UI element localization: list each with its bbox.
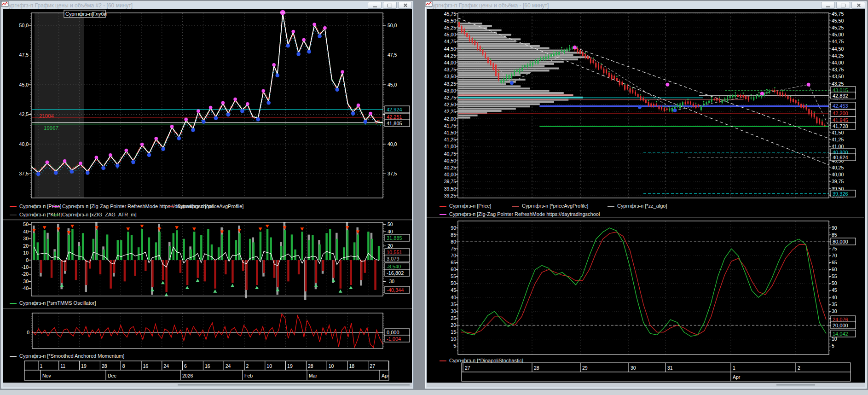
legend-item-label: Сургнфгз-п [Price] bbox=[449, 203, 491, 209]
svg-text:10: 10 bbox=[23, 250, 29, 256]
svg-text:42,453: 42,453 bbox=[833, 103, 848, 109]
svg-text:-40,344: -40,344 bbox=[387, 287, 404, 293]
svg-text:40,0: 40,0 bbox=[388, 141, 397, 147]
maximize-icon bbox=[388, 4, 392, 7]
svg-text:85: 85 bbox=[832, 232, 837, 238]
svg-text:31: 31 bbox=[667, 365, 673, 371]
svg-text:55: 55 bbox=[832, 273, 837, 279]
svg-text:30: 30 bbox=[23, 236, 29, 241]
svg-text:39,25: 39,25 bbox=[444, 193, 456, 198]
svg-text:41,945: 41,945 bbox=[833, 117, 848, 123]
window-title: Сургнфгз-п График цены и объёма #2 - [60… bbox=[5, 2, 368, 9]
svg-text:60: 60 bbox=[832, 267, 837, 272]
svg-text:-1,004: -1,004 bbox=[387, 336, 401, 342]
svg-text:-10: -10 bbox=[22, 264, 29, 270]
close-button[interactable] bbox=[398, 2, 412, 9]
svg-text:42,200: 42,200 bbox=[833, 110, 848, 116]
close-icon bbox=[856, 3, 861, 7]
svg-text:2: 2 bbox=[246, 363, 249, 369]
minimize-icon bbox=[826, 6, 830, 7]
legend-item-label: Сургнфгз-п [xZIG_ZAG_ATR_m] bbox=[62, 212, 136, 218]
svg-text:42,924: 42,924 bbox=[387, 107, 402, 112]
svg-text:28: 28 bbox=[534, 365, 539, 371]
svg-text:Mar: Mar bbox=[309, 373, 318, 378]
legend-item-label: Сургнфгз-п [*priceAvgProfile] bbox=[522, 203, 588, 209]
svg-text:90: 90 bbox=[832, 225, 837, 231]
svg-text:-40: -40 bbox=[22, 285, 29, 291]
svg-text:60: 60 bbox=[451, 267, 456, 272]
svg-text:40,624: 40,624 bbox=[833, 155, 848, 160]
svg-text:42,00: 42,00 bbox=[444, 116, 456, 122]
svg-text:19: 19 bbox=[287, 363, 293, 369]
svg-text:40: 40 bbox=[451, 295, 456, 300]
svg-text:44,75: 44,75 bbox=[832, 39, 844, 44]
minimize-button[interactable] bbox=[821, 2, 835, 9]
svg-text:45,0: 45,0 bbox=[388, 82, 397, 87]
svg-text:45,25: 45,25 bbox=[832, 25, 844, 30]
svg-text:41,25: 41,25 bbox=[444, 137, 456, 142]
svg-text:1: 1 bbox=[40, 363, 43, 369]
legend-item-label: Сургнфгз-п [*Smoothed Anchored Momentum] bbox=[19, 353, 124, 359]
left-main-grid bbox=[31, 13, 383, 198]
svg-text:70: 70 bbox=[832, 253, 837, 258]
right-window-titlebar[interactable]: Сургнфгз-п График цены и объёма - [60 ми… bbox=[425, 1, 867, 9]
close-icon bbox=[403, 3, 407, 7]
svg-text:35: 35 bbox=[451, 302, 456, 307]
svg-text:50,0: 50,0 bbox=[19, 23, 29, 28]
svg-text:43,25: 43,25 bbox=[832, 81, 844, 87]
svg-text:43,00: 43,00 bbox=[444, 88, 456, 93]
svg-text:65: 65 bbox=[832, 260, 837, 265]
svg-text:43,75: 43,75 bbox=[444, 67, 456, 72]
svg-text:45,25: 45,25 bbox=[444, 25, 456, 30]
svg-text:50: 50 bbox=[451, 280, 456, 286]
svg-text:11: 11 bbox=[60, 363, 65, 369]
svg-text:21004: 21004 bbox=[39, 113, 54, 119]
svg-text:20: 20 bbox=[451, 322, 456, 328]
svg-text:27: 27 bbox=[465, 365, 470, 371]
left-charts-canvas[interactable]: 50,050,047,547,545,045,042,542,540,040,0… bbox=[3, 9, 412, 383]
svg-text:Nov: Nov bbox=[42, 373, 51, 378]
right-charts-canvas[interactable]: 45,7545,7545,5045,5045,2545,2545,0045,00… bbox=[427, 9, 864, 383]
legend-color-dash bbox=[10, 356, 17, 357]
legend-color-dash bbox=[52, 215, 59, 215]
svg-text:14,042: 14,042 bbox=[833, 331, 848, 337]
maximize-button[interactable] bbox=[836, 2, 850, 9]
svg-text:20,000: 20,000 bbox=[833, 323, 848, 328]
legend-color-dash bbox=[608, 206, 614, 207]
scrollbar-thumb[interactable] bbox=[178, 384, 410, 386]
right-date-axis: 272829303112Apr bbox=[462, 363, 851, 381]
svg-text:30: 30 bbox=[832, 308, 837, 314]
svg-text:40,25: 40,25 bbox=[444, 165, 456, 170]
window-title: Сургнфгз-п График цены и объёма - [60 ми… bbox=[428, 2, 821, 9]
svg-text:24: 24 bbox=[163, 363, 169, 369]
right-horizontal-scrollbar[interactable] bbox=[427, 383, 865, 387]
svg-text:45,50: 45,50 bbox=[832, 18, 844, 23]
instrument-overlay-label: Сургнфгз-п[Глуби bbox=[64, 10, 107, 17]
left-window-titlebar[interactable]: Сургнфгз-п График цены и объёма #2 - [60… bbox=[1, 1, 413, 9]
svg-text:31,885: 31,885 bbox=[387, 235, 402, 241]
svg-text:43,75: 43,75 bbox=[832, 67, 844, 72]
svg-text:45,00: 45,00 bbox=[832, 32, 844, 37]
svg-text:0: 0 bbox=[27, 330, 29, 335]
svg-text:44,00: 44,00 bbox=[832, 60, 844, 65]
maximize-button[interactable] bbox=[383, 2, 397, 9]
svg-text:2026: 2026 bbox=[182, 373, 193, 378]
svg-text:44,50: 44,50 bbox=[832, 46, 844, 52]
legend-item: Сургнфгз-п [*DinapoliStochastic] bbox=[440, 358, 523, 364]
svg-text:-20: -20 bbox=[22, 271, 29, 277]
svg-text:65: 65 bbox=[451, 260, 456, 265]
scrollbar-thumb[interactable] bbox=[776, 384, 815, 386]
svg-text:2: 2 bbox=[798, 365, 800, 371]
svg-text:80,000: 80,000 bbox=[833, 239, 848, 244]
svg-text:45,75: 45,75 bbox=[832, 11, 844, 17]
svg-text:Feb: Feb bbox=[244, 373, 253, 378]
legend-item-label: Сургнфгз-п [*priceAvgProfile] bbox=[177, 203, 243, 209]
svg-text:27: 27 bbox=[370, 363, 375, 369]
legend-color-dash bbox=[10, 206, 17, 207]
legend-item: Сургнфгз-п [xZIG_ZAG_ATR_m] bbox=[52, 212, 136, 218]
minimize-button[interactable] bbox=[368, 2, 382, 9]
svg-text:47,5: 47,5 bbox=[19, 52, 29, 58]
close-button[interactable] bbox=[851, 2, 865, 9]
left-horizontal-scrollbar[interactable] bbox=[3, 383, 412, 387]
svg-text:-8,540: -8,540 bbox=[387, 264, 401, 269]
